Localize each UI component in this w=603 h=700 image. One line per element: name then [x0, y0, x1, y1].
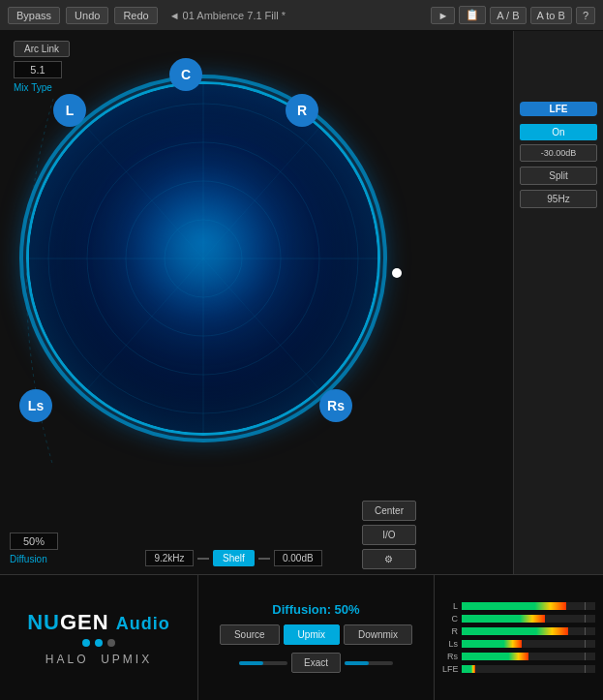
- meter-label-l: L: [442, 601, 458, 611]
- meter-tick-ls: [585, 640, 586, 648]
- logo-dot-3: [107, 639, 115, 647]
- eq-controls: 9.2kHz Shelf 0.00dB: [145, 550, 322, 566]
- meter-row-rs: Rs: [442, 652, 595, 661]
- side-buttons: Center I/O ⚙: [362, 501, 416, 569]
- sphere-visual: [29, 84, 377, 433]
- meter-bar-rs: [462, 653, 595, 660]
- lfe-split-button[interactable]: Split: [520, 167, 597, 185]
- eq-freq-value[interactable]: 9.2kHz: [145, 550, 194, 566]
- diffusion-display: Diffusion: 50%: [272, 602, 359, 617]
- meter-bar-c: [462, 615, 595, 623]
- help-button[interactable]: ?: [576, 7, 595, 24]
- meter-row-ls: Ls: [442, 639, 595, 649]
- channel-LFE[interactable]: LFE: [520, 102, 597, 116]
- meter-fill-ls: [462, 640, 522, 648]
- channel-Rs[interactable]: Rs: [319, 389, 352, 422]
- meter-tick-l: [585, 602, 586, 610]
- meter-label-ls: Ls: [442, 639, 458, 649]
- meter-bar-lfe: [462, 665, 595, 673]
- redo-button[interactable]: Redo: [114, 7, 157, 24]
- meter-label-lfe: LFE: [442, 664, 458, 674]
- meters-panel: LCRLsRsLFE: [434, 575, 603, 700]
- lfe-freq-button[interactable]: 95Hz: [520, 190, 597, 208]
- meter-row-l: L: [442, 601, 595, 611]
- toolbar: Bypass Undo Redo ◄ 01 Ambience 7.1 Fill …: [0, 0, 603, 31]
- diffusion-label: Diffusion: [10, 554, 47, 564]
- exact-row: Exact: [239, 653, 393, 673]
- meter-row-lfe: LFE: [442, 664, 595, 674]
- logo-nu: NU: [27, 610, 60, 634]
- eq-shelf-button[interactable]: Shelf: [213, 550, 255, 566]
- channel-L[interactable]: L: [53, 94, 86, 127]
- bottom-bar: NUGEN Audio HALO UPMIX Diffusion: 50% So…: [0, 574, 603, 700]
- exact-pre-slider: [239, 661, 287, 665]
- track-title: ◄ 01 Ambience 7.1 Fill *: [169, 10, 426, 21]
- logo-dots: [82, 639, 115, 647]
- exact-post-slider: [345, 661, 393, 665]
- product-name: HALO UPMIX: [45, 653, 152, 666]
- meter-row-r: R: [442, 626, 595, 636]
- meter-bar-l: [462, 602, 595, 610]
- channel-C[interactable]: C: [169, 58, 202, 91]
- meter-label-rs: Rs: [442, 652, 458, 661]
- logo-gen: GEN: [60, 610, 109, 634]
- atob-button[interactable]: A to B: [530, 7, 572, 24]
- diffusion-controls: 50% Diffusion: [10, 533, 58, 564]
- exact-button[interactable]: Exact: [291, 653, 341, 673]
- source-button[interactable]: Source: [220, 624, 280, 645]
- meter-fill-l: [462, 602, 566, 610]
- mode-buttons: Source Upmix Downmix: [220, 624, 412, 645]
- bottom-center: Diffusion: 50% Source Upmix Downmix Exac…: [198, 575, 434, 700]
- meter-tick-lfe: [585, 665, 586, 673]
- ring-dot: [392, 268, 402, 278]
- eq-level-value[interactable]: 0.00dB: [274, 550, 322, 566]
- eq-line-left: [197, 558, 209, 560]
- diffusion-value[interactable]: 50%: [10, 533, 58, 550]
- mix-type-value[interactable]: 5.1: [14, 61, 62, 78]
- meter-fill-rs: [462, 653, 528, 660]
- meter-fill-c: [462, 615, 545, 623]
- lfe-level-display[interactable]: -30.00dB: [520, 144, 597, 162]
- logo-audio: Audio: [116, 614, 170, 633]
- lfe-section: LFE On -30.00dB Split 95Hz: [520, 102, 597, 208]
- logo-dot-2: [95, 639, 103, 647]
- meter-label-c: C: [442, 614, 458, 624]
- meter-fill-r: [462, 627, 568, 635]
- ab-button[interactable]: A / B: [490, 7, 526, 24]
- settings-button[interactable]: ⚙: [362, 549, 416, 569]
- logo-area: NUGEN Audio HALO UPMIX: [0, 575, 198, 700]
- nugen-logo: NUGEN Audio: [27, 610, 170, 635]
- meter-label-r: R: [442, 626, 458, 636]
- product-line1: HALO: [45, 653, 89, 666]
- meter-bar-r: [462, 627, 595, 635]
- center-button[interactable]: Center: [362, 501, 416, 521]
- toolbar-right: ► 📋 A / B A to B ?: [431, 6, 595, 24]
- meter-row-c: C: [442, 614, 595, 624]
- clip-button[interactable]: 📋: [459, 6, 486, 24]
- meter-tick-r: [585, 627, 586, 635]
- channel-R[interactable]: R: [286, 94, 318, 127]
- upmix-button[interactable]: Upmix: [284, 624, 340, 645]
- logo-dot-1: [82, 639, 90, 647]
- meter-fill-lfe: [462, 665, 475, 673]
- bypass-button[interactable]: Bypass: [8, 7, 60, 24]
- undo-button[interactable]: Undo: [66, 7, 108, 24]
- eq-line-right: [258, 558, 270, 560]
- meter-tick-c: [585, 615, 586, 623]
- product-line2: UPMIX: [101, 653, 152, 666]
- arc-link-button[interactable]: Arc Link: [14, 41, 70, 57]
- io-button[interactable]: I/O: [362, 525, 416, 545]
- play-button[interactable]: ►: [431, 7, 455, 24]
- meter-bar-ls: [462, 640, 595, 648]
- meter-tick-rs: [585, 653, 586, 660]
- downmix-button[interactable]: Downmix: [344, 624, 412, 645]
- lfe-on-button[interactable]: On: [520, 124, 597, 140]
- channel-Ls[interactable]: Ls: [19, 389, 52, 422]
